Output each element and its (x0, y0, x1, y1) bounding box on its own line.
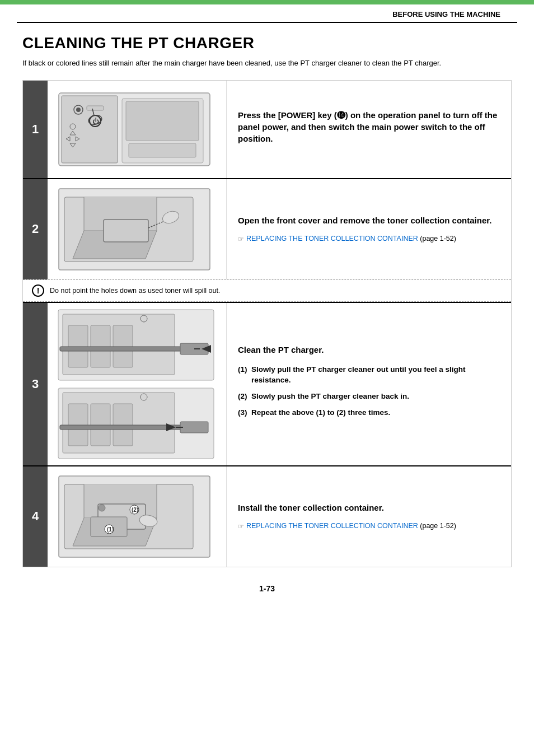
step-3-sub-2: (2) Slowly push the PT charger cleaner b… (238, 391, 500, 402)
step-2-row: 2 (23, 179, 511, 279)
step-1-row: 1 ⏻ (23, 81, 511, 179)
step-3-sub-1: (1) Slowly pull the PT charger cleaner o… (238, 365, 500, 386)
step-4-text: Install the toner collection container. … (227, 466, 511, 567)
step-2-link-line: ☞ REPLACING THE TONER COLLECTION CONTAIN… (238, 234, 500, 244)
svg-rect-13 (126, 101, 199, 141)
step-4-link-page: (page 1-52) (420, 522, 456, 530)
svg-rect-19 (104, 220, 148, 242)
step-4-row: 4 (1) (2) (23, 466, 511, 567)
step-3-images (48, 303, 227, 465)
step-1-svg: ⏻ (56, 87, 218, 171)
step-4-link-line: ☞ REPLACING THE TONER COLLECTION CONTAIN… (238, 521, 500, 531)
step-3-text: Clean the PT charger. (1) Slowly pull th… (227, 303, 511, 465)
step-4-link[interactable]: REPLACING THE TONER COLLECTION CONTAINER (246, 522, 418, 530)
step-4-image: (1) (2) (48, 466, 227, 567)
step-1-text: Press the [POWER] key (⓮) on the operati… (227, 81, 511, 178)
step-1-number: 1 (23, 81, 48, 178)
step-2-svg (56, 186, 218, 273)
svg-rect-4 (87, 106, 104, 110)
svg-point-3 (76, 108, 81, 112)
step-2-link[interactable]: REPLACING THE TONER COLLECTION CONTAINER (246, 235, 418, 242)
section-label: BEFORE USING THE MACHINE (17, 4, 517, 23)
step-3-sub-2-text: Slowly push the PT charger cleaner back … (251, 392, 409, 400)
step-3-svg-1 (57, 309, 217, 381)
svg-rect-38 (180, 422, 208, 433)
step-3-sub-2-num: (2) (238, 391, 247, 402)
svg-rect-14 (129, 143, 196, 157)
step-4-number: 4 (23, 466, 48, 567)
step-3-sub-1-num: (1) (238, 365, 247, 375)
page-content: CLEANING THE PT CHARGER If black or colo… (0, 23, 534, 621)
book-icon-2: ☞ (238, 235, 244, 244)
step-4-link-container: REPLACING THE TONER COLLECTION CONTAINER… (246, 521, 456, 531)
steps-container: 1 ⏻ (22, 80, 512, 567)
step-2-note-row: ! Do not point the holes down as used to… (23, 279, 511, 302)
header-bar (0, 0, 534, 4)
step-1-heading: Press the [POWER] key (⓮) on the operati… (238, 109, 500, 144)
step-3-sub-list: (1) Slowly pull the PT charger cleaner o… (238, 365, 500, 424)
step-2-image (48, 179, 227, 279)
note-icon-2: ! (32, 284, 44, 297)
intro-text: If black or colored lines still remain a… (22, 58, 512, 69)
step-4-svg: (1) (2) (56, 473, 218, 560)
book-icon-4: ☞ (238, 522, 244, 531)
step-3-sub-1-text: Slowly pull the PT charger cleaner out u… (251, 365, 466, 384)
step-2-note-text: Do not point the holes down as used tone… (50, 287, 220, 295)
step-2-link-container: REPLACING THE TONER COLLECTION CONTAINER… (246, 234, 456, 244)
step-2-number: 2 (23, 179, 48, 279)
step-2-text: Open the front cover and remove the tone… (227, 179, 511, 279)
step-3-heading: Clean the PT charger. (238, 344, 500, 356)
svg-text:(2): (2) (132, 507, 138, 513)
step-3-wrapper: 3 (23, 303, 511, 466)
svg-text:(1): (1) (107, 526, 114, 533)
step-3-sub-3-text: Repeat the above (1) to (2) three times. (251, 408, 390, 417)
step-3-number: 3 (23, 303, 48, 465)
svg-rect-27 (60, 347, 194, 351)
step-2-heading: Open the front cover and remove the tone… (238, 214, 500, 226)
step-3-svg-2 (57, 387, 217, 460)
svg-point-45 (99, 505, 105, 511)
page-title: CLEANING THE PT CHARGER (22, 34, 512, 52)
step-3-sub-3: (3) Repeat the above (1) to (2) three ti… (238, 408, 500, 418)
page-footer-number: 1-73 (22, 584, 512, 604)
step-3-sub-3-num: (3) (238, 408, 247, 418)
step-4-heading: Install the toner collection container. (238, 502, 500, 514)
step-1-image: ⏻ (48, 81, 227, 178)
step-2-wrapper: 2 (23, 179, 511, 303)
step-2-link-page: (page 1-52) (420, 235, 456, 242)
